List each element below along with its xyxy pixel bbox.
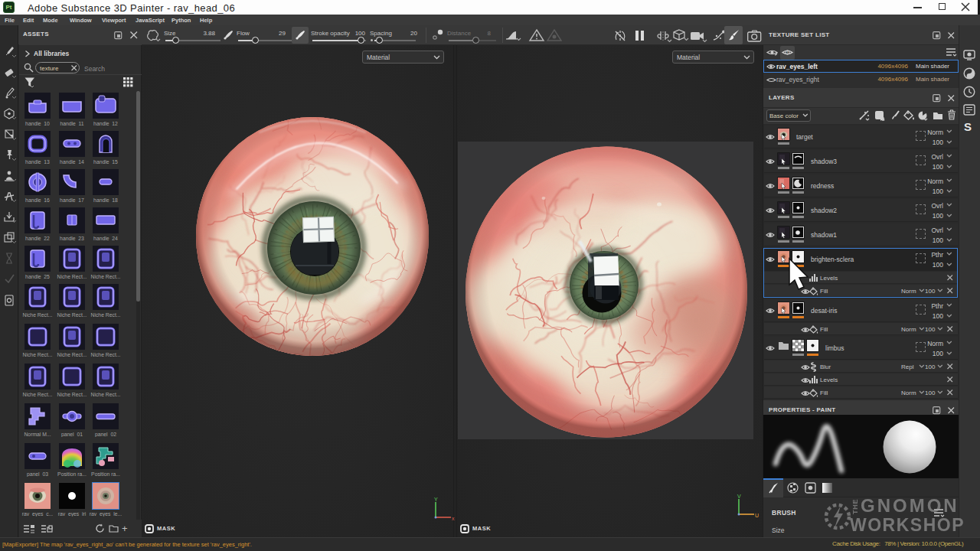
svg-text:V: V <box>737 494 741 499</box>
svg-text:Y: Y <box>434 497 438 502</box>
svg-text:U: U <box>755 513 759 518</box>
svg-text:x: x <box>452 516 455 521</box>
svg-text:1: 1 <box>786 51 789 55</box>
